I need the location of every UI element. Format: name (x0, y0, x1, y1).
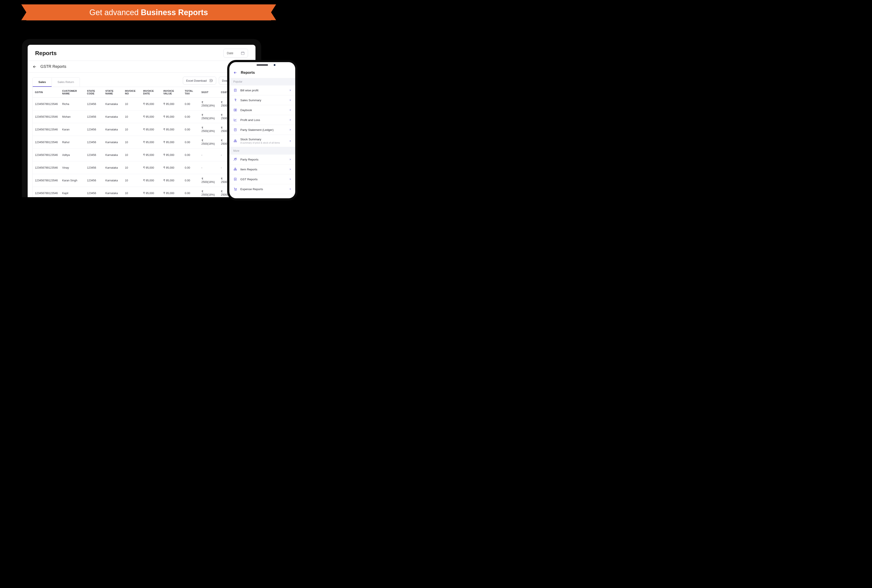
cell-invno: 10 (123, 187, 141, 197)
col-customer-name: CUSTOMER NAME (60, 87, 85, 98)
cell-name: Karan Singh (60, 174, 85, 187)
svg-rect-4 (234, 141, 235, 142)
book-icon (233, 108, 237, 112)
cell-gstin: 123456789123546 (33, 174, 60, 187)
cell-invdate: ₹ 95,000 (141, 174, 161, 187)
cell-sname: Karnataka (103, 148, 123, 161)
table-row[interactable]: 123456789123546Rahul123456Karnataka10₹ 9… (33, 136, 251, 148)
table-row[interactable]: 123456789123546Vinay123456Karnataka10₹ 9… (33, 161, 251, 174)
svg-rect-1 (210, 79, 212, 82)
excel-icon (210, 79, 213, 82)
gstr-table: GSTINCUSTOMER NAMESTATE CODESTATE NAMEIN… (33, 87, 251, 197)
menu-item-party-statement-ledger-[interactable]: Party Statement (Ledger) (229, 125, 295, 135)
date-button[interactable]: Date (223, 49, 248, 57)
cell-tax: 0.00 (183, 187, 199, 197)
promo-banner: Get advanced Business Reports (26, 4, 271, 20)
cell-invno: 10 (123, 136, 141, 148)
popular-list: Bill wise profitSales SummaryDaybookProf… (229, 86, 295, 147)
trend-icon (233, 118, 237, 122)
menu-item-stock-summary[interactable]: Stock SummaryA summary of price & stock … (229, 135, 295, 147)
cell-sgst: - (199, 161, 219, 174)
mobile-app: Reports Popular Bill wise profitSales Su… (229, 62, 295, 198)
cell-gstin: 123456789123546 (33, 148, 60, 161)
cell-name: Richa (60, 98, 85, 111)
cell-invval: ₹ 95,000 (161, 98, 183, 111)
chevron-right-icon (289, 109, 291, 111)
menu-item-gst-reports[interactable]: GST Reports (229, 174, 295, 184)
sub-header: GSTR Reports (28, 61, 255, 73)
cell-tax: 0.00 (183, 148, 199, 161)
table-row[interactable]: 123456789123546Karan Singh123456Karnatak… (33, 174, 251, 187)
party-icon (233, 158, 237, 161)
chevron-right-icon (289, 140, 291, 142)
col-invoice-no: INVOICE NO (123, 87, 141, 98)
menu-item-daybook[interactable]: Daybook (229, 105, 295, 115)
cell-invdate: ₹ 95,000 (141, 111, 161, 123)
menu-label: Profit and Loss (240, 118, 286, 122)
cell-gstin: 123456789123546 (33, 187, 60, 197)
menu-item-profit-and-loss[interactable]: Profit and Loss (229, 115, 295, 125)
cell-invval: ₹ 95,000 (161, 136, 183, 148)
cell-sgst: ₹ 2500(18%) (199, 187, 219, 197)
cell-invno: 10 (123, 98, 141, 111)
chevron-right-icon (289, 178, 291, 180)
menu-item-party-reports[interactable]: Party Reports (229, 154, 295, 165)
menu-item-bill-wise-profit[interactable]: Bill wise profit (229, 86, 295, 95)
excel-download-button[interactable]: Excel Download (183, 76, 216, 84)
cell-invno: 10 (123, 161, 141, 174)
tab-sales[interactable]: Sales (33, 78, 52, 87)
cell-sgst: ₹ 2500(18%) (199, 98, 219, 111)
svg-rect-10 (235, 168, 236, 169)
cell-sname: Karnataka (103, 187, 123, 197)
menu-label: Party Statement (Ledger) (240, 128, 286, 132)
cell-invno: 10 (123, 111, 141, 123)
cell-invval: ₹ 95,000 (161, 123, 183, 136)
cell-sgst: ₹ 2500(18%) (199, 111, 219, 123)
menu-item-item-reports[interactable]: Item Reports (229, 165, 295, 174)
table-row[interactable]: 123456789123546Kapil123456Karnataka10₹ 9… (33, 187, 251, 197)
table-row[interactable]: 123456789123546Mohan123456Karnataka10₹ 9… (33, 111, 251, 123)
menu-label: Sales Summary (240, 99, 286, 102)
cell-sgst: ₹ 2500(18%) (199, 174, 219, 187)
table-row[interactable]: 123456789123546Aditya123456Karnataka10₹ … (33, 148, 251, 161)
svg-rect-6 (235, 140, 236, 141)
col-invoice-value: INVOICE VALUE (161, 87, 183, 98)
cell-invdate: ₹ 95,000 (141, 187, 161, 197)
cell-scode: 123456 (85, 187, 103, 197)
cell-scode: 123456 (85, 123, 103, 136)
back-arrow-icon[interactable] (33, 64, 37, 69)
cell-gstin: 123456789123546 (33, 98, 60, 111)
cell-sgst: ₹ 2500(18%) (199, 123, 219, 136)
cell-name: Aditya (60, 148, 85, 161)
menu-item-sales-summary[interactable]: Sales Summary (229, 95, 295, 105)
section-popular: Popular (229, 78, 295, 86)
chevron-right-icon (289, 188, 291, 190)
cell-invdate: ₹ 95,000 (141, 148, 161, 161)
statement-icon (233, 128, 237, 132)
menu-label: Bill wise profit (240, 89, 286, 92)
mobile-header: Reports (229, 68, 295, 78)
laptop-frame: Reports Date GSTR Reports Sales Sales Re… (22, 39, 261, 197)
banner-prefix: Get advanced (89, 8, 141, 17)
cell-gstin: 123456789123546 (33, 136, 60, 148)
menu-label: Stock Summary (240, 138, 286, 141)
menu-item-expense-reports[interactable]: Expense Reports (229, 184, 295, 194)
svg-point-7 (234, 158, 235, 159)
mobile-back-icon[interactable] (233, 71, 237, 75)
section-more: More (229, 147, 295, 154)
col-state-code: STATE CODE (85, 87, 103, 98)
table-row[interactable]: 123456789123546Richa123456Karnataka10₹ 9… (33, 98, 251, 111)
cell-sname: Karnataka (103, 136, 123, 148)
menu-label: Party Reports (240, 158, 286, 161)
table-row[interactable]: 123456789123546Karan123456Karnataka10₹ 9… (33, 123, 251, 136)
col-invoice-date: INVOICE DATE (141, 87, 161, 98)
cell-sgst: ₹ 2500(18%) (199, 136, 219, 148)
cell-scode: 123456 (85, 161, 103, 174)
cell-name: Kapil (60, 187, 85, 197)
cell-invval: ₹ 95,000 (161, 187, 183, 197)
page-title: Reports (35, 50, 57, 57)
cell-sname: Karnataka (103, 161, 123, 174)
tab-sales-return[interactable]: Sales Return (52, 78, 80, 87)
cell-tax: 0.00 (183, 123, 199, 136)
col-sgst: SGST (199, 87, 219, 98)
